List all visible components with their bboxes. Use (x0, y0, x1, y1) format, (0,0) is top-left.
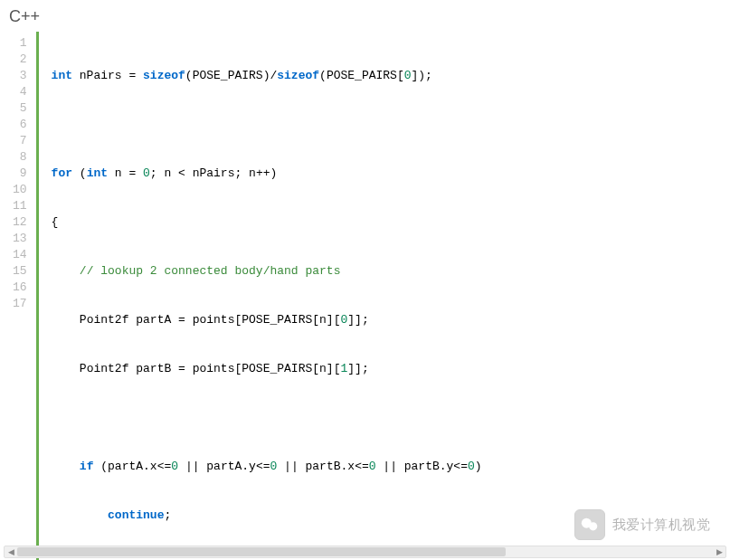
line-number: 2 (13, 52, 27, 68)
watermark-text: 我爱计算机视觉 (612, 517, 711, 534)
line-number: 3 (13, 68, 27, 84)
code-line: Point2f partB = points[POSE_PAIRS[n][1]]… (52, 361, 482, 377)
code-line: int nPairs = sizeof(POSE_PAIRS)/sizeof(P… (52, 68, 482, 84)
horizontal-scrollbar[interactable]: ◀ ▶ (4, 546, 726, 558)
line-number: 17 (13, 296, 27, 312)
cpp-gutter: 1 2 3 4 5 6 7 8 9 10 11 12 13 14 15 16 1… (7, 32, 36, 560)
line-number: 7 (13, 133, 27, 149)
code-line (52, 410, 482, 426)
line-number: 6 (13, 117, 27, 133)
scroll-right-button[interactable]: ▶ (713, 546, 725, 557)
line-number: 8 (13, 149, 27, 166)
cpp-code-block: 1 2 3 4 5 6 7 8 9 10 11 12 13 14 15 16 1… (7, 32, 723, 560)
line-number: 15 (13, 263, 27, 280)
line-number: 1 (13, 35, 27, 52)
code-line (52, 117, 482, 133)
line-number: 10 (13, 182, 27, 198)
code-line: continue; (52, 508, 482, 524)
code-line: if (partA.x<=0 || partA.y<=0 || partB.x<… (52, 459, 482, 475)
line-number: 11 (13, 198, 27, 214)
line-number: 12 (13, 214, 27, 231)
line-number: 14 (13, 247, 27, 263)
wechat-icon (574, 509, 605, 540)
watermark: 我爱计算机视觉 (574, 509, 711, 540)
code-line: // lookup 2 connected body/hand parts (52, 263, 482, 280)
line-number: 4 (13, 84, 27, 100)
line-number: 9 (13, 166, 27, 182)
scroll-left-button[interactable]: ◀ (5, 546, 17, 557)
code-line: for (int n = 0; n < nPairs; n++) (52, 166, 482, 182)
line-number: 16 (13, 280, 27, 296)
code-line: { (52, 214, 482, 231)
svg-point-1 (589, 522, 597, 530)
line-number: 5 (13, 100, 27, 117)
scroll-thumb[interactable] (17, 547, 506, 556)
cpp-heading: C++ (0, 0, 730, 32)
cpp-code-body: int nPairs = sizeof(POSE_PAIRS)/sizeof(P… (36, 32, 482, 560)
code-line: Point2f partA = points[POSE_PAIRS[n][0]]… (52, 312, 482, 328)
line-number: 13 (13, 231, 27, 247)
